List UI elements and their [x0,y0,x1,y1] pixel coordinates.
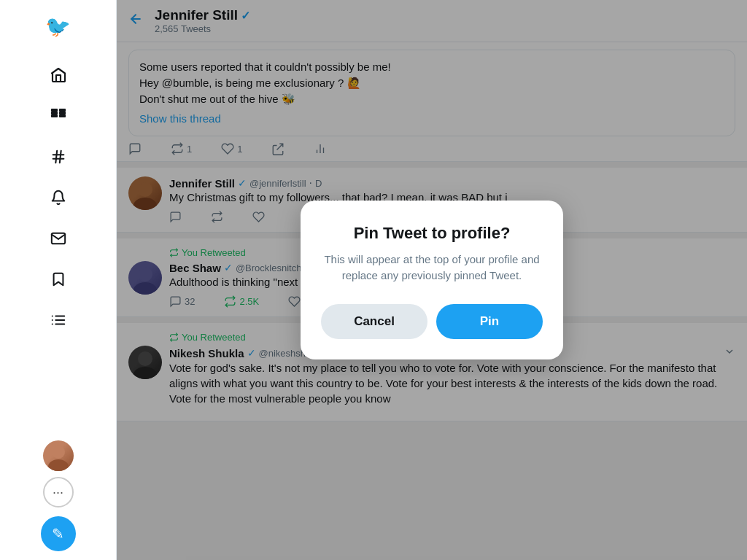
svg-rect-5 [60,115,65,117]
modal-description: This will appear at the top of your prof… [321,252,543,284]
modal-overlay: Pin Tweet to profile? This will appear a… [117,0,747,560]
more-button[interactable]: ··· [43,477,74,508]
svg-point-16 [52,446,65,459]
compose-button[interactable]: ✎ [41,516,76,551]
sidebar-item-lists[interactable] [41,303,76,338]
modal-buttons: Cancel Pin [321,304,543,339]
svg-line-8 [55,151,57,163]
sidebar-item-messages[interactable] [41,221,76,256]
svg-rect-1 [52,112,57,114]
svg-rect-4 [60,112,65,114]
compose-icon: ✎ [52,525,64,542]
sidebar-item-home[interactable] [41,58,76,93]
pin-tweet-modal: Pin Tweet to profile? This will appear a… [301,201,563,359]
svg-rect-0 [52,109,57,111]
sidebar-item-explore[interactable] [41,98,76,133]
sidebar: 🐦 ··· ✎ [0,0,117,560]
cancel-button[interactable]: Cancel [321,304,427,339]
sidebar-item-explore-hash[interactable] [41,139,76,174]
main-content: Jennifer Still ✓ 2,565 Tweets Some users… [117,0,747,560]
pin-button[interactable]: Pin [436,304,543,339]
svg-rect-2 [52,115,57,117]
svg-rect-3 [60,109,65,111]
svg-point-17 [48,459,69,471]
twitter-logo[interactable]: 🐦 [39,9,77,44]
sidebar-item-notifications[interactable] [41,180,76,215]
user-avatar[interactable] [43,440,74,471]
modal-title: Pin Tweet to profile? [321,224,543,243]
sidebar-item-bookmarks[interactable] [41,262,76,297]
svg-line-9 [59,151,61,163]
more-icon: ··· [53,485,63,500]
